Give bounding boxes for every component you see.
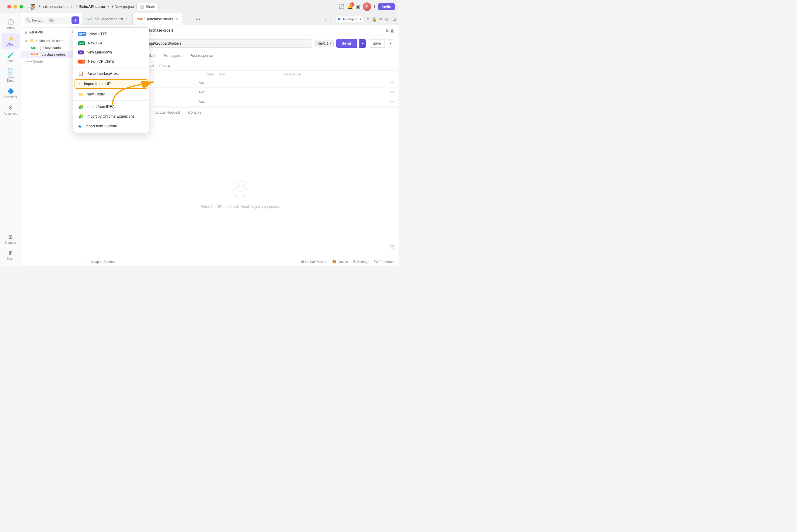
dropdown-item-new-folder[interactable]: 📁 New Folder	[73, 89, 149, 99]
plus-button[interactable]: +	[72, 16, 79, 24]
dropdown-item-import-idea[interactable]: 🧩 Import from IDEA	[73, 102, 149, 112]
http-icon: HTTP	[78, 32, 87, 36]
collapse-sidebar-btn[interactable]: « Collapse Sidebar	[87, 260, 115, 264]
dropdown-item-new-sse[interactable]: SSE New SSE	[73, 39, 149, 48]
refresh-button[interactable]: 🔄	[338, 4, 345, 10]
send-arrow-button[interactable]: ▾	[359, 39, 366, 48]
tcp-icon: TCP	[78, 60, 85, 63]
settings-btn[interactable]: ⚙ Settings	[353, 260, 369, 264]
sidebar-item-apis[interactable]: ⚡ APIs	[1, 33, 20, 49]
minimize-button[interactable]	[13, 5, 17, 8]
settings-panel-button[interactable]: ⚙	[384, 16, 390, 23]
api-panel-header: 🔍 All +	[21, 13, 82, 28]
manage-icon: ⊞	[8, 233, 13, 240]
http-version-selector[interactable]: http/1.1 ▾	[315, 40, 334, 47]
apis-icon: ⚡	[7, 35, 14, 42]
history-icon: 🕐	[7, 19, 14, 25]
maximize-button[interactable]	[19, 5, 23, 8]
global-params-btn[interactable]: ⊞ Global Params	[301, 260, 327, 264]
notifications-button[interactable]: 🔔 17	[347, 4, 353, 10]
env-dot	[338, 18, 340, 20]
send-button[interactable]: Send	[336, 39, 357, 48]
curl-icon: ↑	[79, 81, 81, 86]
row-3-more[interactable]: •••	[390, 99, 394, 104]
save-button[interactable]: Save	[369, 39, 385, 48]
format-button[interactable]: ≡	[366, 16, 371, 23]
lock-button[interactable]: 🔒	[371, 16, 378, 23]
filter-badge[interactable]: All	[48, 19, 55, 22]
workspace-label: Frank personal space	[38, 4, 73, 9]
save-arrow-button[interactable]: ▾	[387, 39, 394, 48]
row-2-more[interactable]: •••	[390, 90, 394, 95]
dropdown-item-import-curl[interactable]: ↑ Import from cURL	[75, 79, 148, 89]
layout-icon-bottom[interactable]: ⊡	[389, 244, 394, 251]
tab-post-close[interactable]: ✕	[175, 17, 178, 21]
dropdown-item-new-tcp[interactable]: TCP New TCP Client	[73, 57, 149, 66]
traffic-lights	[4, 5, 27, 8]
row-1-more[interactable]: •••	[390, 80, 394, 85]
th-content-type: Content Type	[206, 72, 282, 76]
sub-tab-post-response[interactable]: Post-response	[186, 51, 217, 61]
sidebar-item-manage[interactable]: ⊞ Manage	[1, 231, 20, 247]
env-selector[interactable]: Developing ▾	[335, 16, 364, 22]
dropdown-item-import-vscode[interactable]: ◈ Import from VScode	[73, 121, 149, 131]
copy-button[interactable]: ⧉	[378, 15, 384, 23]
dropdown-item-paste-interface[interactable]: 📋 Paste Interface/Text	[73, 69, 149, 78]
dropdown-item-new-http[interactable]: HTTP New HTTP	[73, 30, 149, 39]
expand-button[interactable]: ⊡	[390, 16, 398, 23]
plus-icon: +	[27, 60, 29, 63]
resp-tab-actual-request[interactable]: Actual Request	[152, 108, 184, 118]
tab-nav-left[interactable]: ‹	[323, 17, 328, 22]
search-box[interactable]: 🔍 All	[24, 17, 70, 24]
share-icon: ⬜	[140, 4, 144, 9]
vscode-icon: ◈	[78, 124, 81, 129]
sidebar-item-tests[interactable]: 🧪 Tests	[1, 49, 20, 65]
tab-plus[interactable]: +	[183, 13, 193, 25]
feedback-btn[interactable]: 💬 Feedback	[374, 260, 394, 264]
sub-tab-pre-request[interactable]: Pre-request	[159, 51, 185, 61]
api-panel: 🔍 All + ⊞ All APIs ↻ « ▶ 📁 keyboardList-…	[21, 13, 82, 266]
api-item-get-name: get keyboardsLi	[40, 46, 63, 50]
dropdown-item-new-markdown[interactable]: M New Markdown	[73, 48, 149, 57]
sort-button[interactable]: ⇅	[385, 28, 389, 33]
schemas-icon: 🔷	[7, 88, 14, 95]
folder-icon: 📁	[30, 39, 34, 42]
svg-point-4	[238, 185, 239, 186]
sidebar-item-share-docs[interactable]: 📄 Share Docs	[1, 66, 20, 85]
trash-icon: 🗑	[8, 250, 13, 256]
new-project-button[interactable]: + New project	[111, 4, 134, 9]
sidebar-item-advanced[interactable]: ⚙ Advanced	[1, 102, 20, 118]
radio-raw[interactable]	[159, 64, 163, 68]
resp-tab-console[interactable]: Console	[184, 108, 205, 118]
sidebar-item-schemas[interactable]: 🔷 Schemas	[1, 86, 20, 101]
sidebar-item-trash[interactable]: 🗑 Trash	[1, 247, 20, 263]
dropdown-item-import-chrome[interactable]: 🧩 Import by Chrome Extensions	[73, 112, 149, 121]
cookie-btn[interactable]: 🍪 Cookie	[332, 260, 348, 264]
api-item-post-name: purchase orders	[42, 53, 66, 56]
avatar[interactable]: F	[363, 2, 371, 11]
user-count: 1	[374, 4, 376, 9]
sidebar-item-history[interactable]: 🕐 History	[1, 16, 20, 32]
markdown-icon: M	[78, 51, 84, 54]
tab-nav-right[interactable]: ›	[328, 17, 333, 22]
chrome-icon: 🧩	[78, 114, 84, 119]
response-body: Enter the URL and click 'Send' to get a …	[82, 118, 398, 266]
layout-button[interactable]: ▣	[356, 4, 360, 10]
folder-arrow: ▶	[25, 39, 28, 42]
share-button[interactable]: ⬜ Share	[136, 3, 159, 10]
grid-icon: ⊞	[24, 30, 27, 34]
invite-button[interactable]: Invite	[378, 3, 395, 10]
tab-post-orders[interactable]: POST purchase orders ✕	[133, 13, 183, 25]
tab-get-method: GET	[87, 17, 93, 21]
option-raw[interactable]: raw	[159, 63, 170, 68]
close-button[interactable]	[7, 5, 11, 8]
panel-button[interactable]: ▣	[390, 28, 394, 33]
tab-get-close[interactable]: ✕	[125, 17, 128, 21]
th-description: Description	[284, 72, 386, 76]
separator: /	[76, 4, 77, 9]
search-icon: 🔍	[26, 18, 31, 22]
search-input[interactable]	[32, 19, 47, 22]
tab-get-keyboards[interactable]: GET get keyboardsList ✕	[82, 13, 133, 25]
paste-icon: 📋	[78, 71, 84, 76]
tab-more[interactable]: •••	[193, 17, 203, 22]
